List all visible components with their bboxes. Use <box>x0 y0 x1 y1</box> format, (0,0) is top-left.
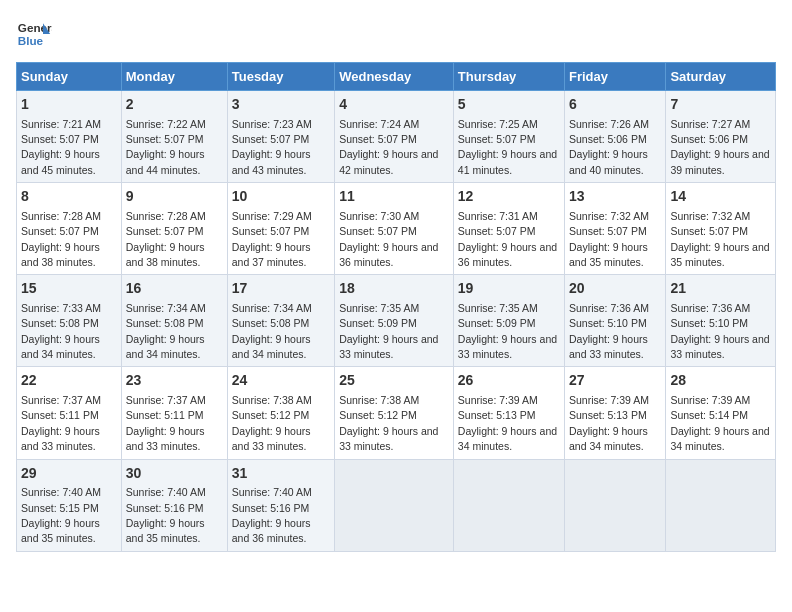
day-number: 20 <box>569 279 661 299</box>
sunrise-info: Sunrise: 7:39 AM <box>670 394 750 406</box>
sunset-info: Sunset: 5:07 PM <box>232 225 310 237</box>
daylight-info: Daylight: 9 hours and 34 minutes. <box>21 333 100 360</box>
daylight-info: Daylight: 9 hours and 36 minutes. <box>339 241 438 268</box>
day-number: 9 <box>126 187 223 207</box>
sunset-info: Sunset: 5:08 PM <box>232 317 310 329</box>
daylight-info: Daylight: 9 hours and 40 minutes. <box>569 148 648 175</box>
calendar-day-cell: 27 Sunrise: 7:39 AM Sunset: 5:13 PM Dayl… <box>565 367 666 459</box>
calendar-day-cell: 22 Sunrise: 7:37 AM Sunset: 5:11 PM Dayl… <box>17 367 122 459</box>
calendar-day-cell: 16 Sunrise: 7:34 AM Sunset: 5:08 PM Dayl… <box>121 275 227 367</box>
daylight-info: Daylight: 9 hours and 37 minutes. <box>232 241 311 268</box>
sunset-info: Sunset: 5:07 PM <box>458 225 536 237</box>
weekday-header-thursday: Thursday <box>453 63 564 91</box>
calendar-day-cell: 21 Sunrise: 7:36 AM Sunset: 5:10 PM Dayl… <box>666 275 776 367</box>
sunset-info: Sunset: 5:16 PM <box>232 502 310 514</box>
daylight-info: Daylight: 9 hours and 34 minutes. <box>126 333 205 360</box>
calendar-day-cell: 4 Sunrise: 7:24 AM Sunset: 5:07 PM Dayli… <box>335 91 454 183</box>
daylight-info: Daylight: 9 hours and 35 minutes. <box>21 517 100 544</box>
calendar-day-cell: 28 Sunrise: 7:39 AM Sunset: 5:14 PM Dayl… <box>666 367 776 459</box>
sunrise-info: Sunrise: 7:40 AM <box>232 486 312 498</box>
sunrise-info: Sunrise: 7:40 AM <box>21 486 101 498</box>
sunset-info: Sunset: 5:10 PM <box>670 317 748 329</box>
sunset-info: Sunset: 5:07 PM <box>569 225 647 237</box>
sunrise-info: Sunrise: 7:33 AM <box>21 302 101 314</box>
calendar-week-row: 15 Sunrise: 7:33 AM Sunset: 5:08 PM Dayl… <box>17 275 776 367</box>
sunset-info: Sunset: 5:13 PM <box>458 409 536 421</box>
daylight-info: Daylight: 9 hours and 35 minutes. <box>126 517 205 544</box>
sunrise-info: Sunrise: 7:39 AM <box>458 394 538 406</box>
sunrise-info: Sunrise: 7:27 AM <box>670 118 750 130</box>
daylight-info: Daylight: 9 hours and 45 minutes. <box>21 148 100 175</box>
sunset-info: Sunset: 5:07 PM <box>126 225 204 237</box>
calendar-day-cell: 9 Sunrise: 7:28 AM Sunset: 5:07 PM Dayli… <box>121 183 227 275</box>
weekday-header-monday: Monday <box>121 63 227 91</box>
calendar-day-cell: 6 Sunrise: 7:26 AM Sunset: 5:06 PM Dayli… <box>565 91 666 183</box>
day-number: 7 <box>670 95 771 115</box>
sunset-info: Sunset: 5:07 PM <box>339 133 417 145</box>
calendar-day-cell: 5 Sunrise: 7:25 AM Sunset: 5:07 PM Dayli… <box>453 91 564 183</box>
calendar-table: SundayMondayTuesdayWednesdayThursdayFrid… <box>16 62 776 552</box>
calendar-week-row: 22 Sunrise: 7:37 AM Sunset: 5:11 PM Dayl… <box>17 367 776 459</box>
empty-cell <box>565 459 666 551</box>
sunset-info: Sunset: 5:08 PM <box>21 317 99 329</box>
sunrise-info: Sunrise: 7:31 AM <box>458 210 538 222</box>
sunset-info: Sunset: 5:16 PM <box>126 502 204 514</box>
empty-cell <box>453 459 564 551</box>
sunrise-info: Sunrise: 7:32 AM <box>569 210 649 222</box>
sunrise-info: Sunrise: 7:38 AM <box>232 394 312 406</box>
sunset-info: Sunset: 5:12 PM <box>232 409 310 421</box>
sunrise-info: Sunrise: 7:40 AM <box>126 486 206 498</box>
calendar-day-cell: 23 Sunrise: 7:37 AM Sunset: 5:11 PM Dayl… <box>121 367 227 459</box>
day-number: 23 <box>126 371 223 391</box>
sunrise-info: Sunrise: 7:30 AM <box>339 210 419 222</box>
daylight-info: Daylight: 9 hours and 38 minutes. <box>126 241 205 268</box>
sunrise-info: Sunrise: 7:35 AM <box>458 302 538 314</box>
sunset-info: Sunset: 5:06 PM <box>670 133 748 145</box>
sunrise-info: Sunrise: 7:28 AM <box>21 210 101 222</box>
daylight-info: Daylight: 9 hours and 33 minutes. <box>339 333 438 360</box>
sunrise-info: Sunrise: 7:28 AM <box>126 210 206 222</box>
daylight-info: Daylight: 9 hours and 35 minutes. <box>670 241 769 268</box>
calendar-day-cell: 25 Sunrise: 7:38 AM Sunset: 5:12 PM Dayl… <box>335 367 454 459</box>
daylight-info: Daylight: 9 hours and 43 minutes. <box>232 148 311 175</box>
sunrise-info: Sunrise: 7:36 AM <box>569 302 649 314</box>
sunset-info: Sunset: 5:14 PM <box>670 409 748 421</box>
sunset-info: Sunset: 5:15 PM <box>21 502 99 514</box>
day-number: 25 <box>339 371 449 391</box>
calendar-day-cell: 18 Sunrise: 7:35 AM Sunset: 5:09 PM Dayl… <box>335 275 454 367</box>
day-number: 22 <box>21 371 117 391</box>
daylight-info: Daylight: 9 hours and 33 minutes. <box>339 425 438 452</box>
weekday-header-tuesday: Tuesday <box>227 63 334 91</box>
day-number: 2 <box>126 95 223 115</box>
daylight-info: Daylight: 9 hours and 42 minutes. <box>339 148 438 175</box>
calendar-day-cell: 1 Sunrise: 7:21 AM Sunset: 5:07 PM Dayli… <box>17 91 122 183</box>
sunset-info: Sunset: 5:07 PM <box>21 225 99 237</box>
sunrise-info: Sunrise: 7:29 AM <box>232 210 312 222</box>
day-number: 18 <box>339 279 449 299</box>
weekday-header-sunday: Sunday <box>17 63 122 91</box>
day-number: 3 <box>232 95 330 115</box>
calendar-week-row: 1 Sunrise: 7:21 AM Sunset: 5:07 PM Dayli… <box>17 91 776 183</box>
day-number: 11 <box>339 187 449 207</box>
day-number: 5 <box>458 95 560 115</box>
calendar-day-cell: 11 Sunrise: 7:30 AM Sunset: 5:07 PM Dayl… <box>335 183 454 275</box>
sunset-info: Sunset: 5:07 PM <box>458 133 536 145</box>
day-number: 19 <box>458 279 560 299</box>
daylight-info: Daylight: 9 hours and 36 minutes. <box>458 241 557 268</box>
daylight-info: Daylight: 9 hours and 38 minutes. <box>21 241 100 268</box>
day-number: 14 <box>670 187 771 207</box>
sunrise-info: Sunrise: 7:35 AM <box>339 302 419 314</box>
sunrise-info: Sunrise: 7:34 AM <box>232 302 312 314</box>
sunrise-info: Sunrise: 7:36 AM <box>670 302 750 314</box>
day-number: 21 <box>670 279 771 299</box>
weekday-header-wednesday: Wednesday <box>335 63 454 91</box>
calendar-day-cell: 8 Sunrise: 7:28 AM Sunset: 5:07 PM Dayli… <box>17 183 122 275</box>
weekday-header-saturday: Saturday <box>666 63 776 91</box>
day-number: 17 <box>232 279 330 299</box>
sunset-info: Sunset: 5:07 PM <box>670 225 748 237</box>
sunset-info: Sunset: 5:09 PM <box>339 317 417 329</box>
logo: General Blue <box>16 16 52 52</box>
sunrise-info: Sunrise: 7:25 AM <box>458 118 538 130</box>
sunrise-info: Sunrise: 7:21 AM <box>21 118 101 130</box>
sunset-info: Sunset: 5:07 PM <box>126 133 204 145</box>
